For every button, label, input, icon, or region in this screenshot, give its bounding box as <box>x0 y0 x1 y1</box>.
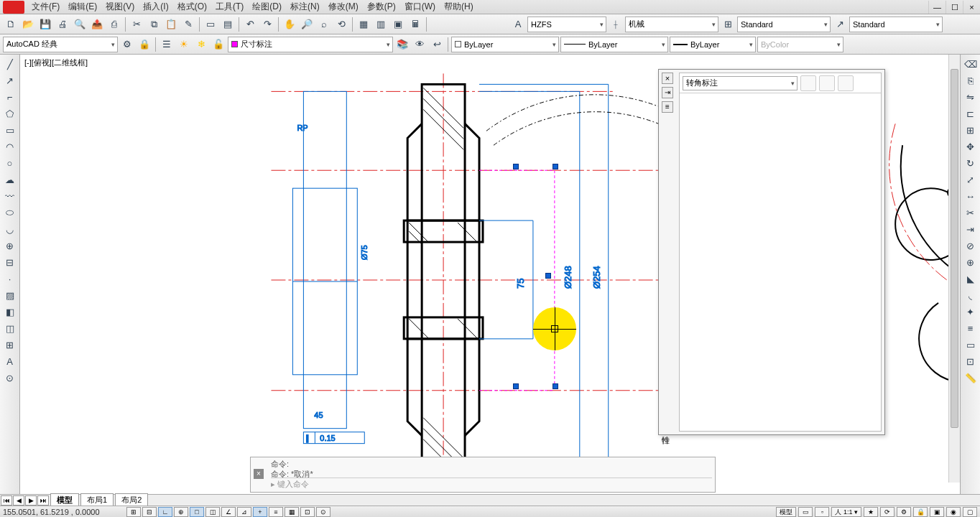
model-space-toggle[interactable]: 模型 <box>776 507 796 517</box>
tab-first-icon[interactable]: ⏮ <box>1 495 12 506</box>
hardware-accel-icon[interactable]: ▣ <box>930 507 944 517</box>
isolate-icon[interactable]: ◉ <box>946 507 961 517</box>
menu-window[interactable]: 窗口(W) <box>400 0 440 14</box>
grip[interactable] <box>545 273 551 279</box>
anno-auto-icon[interactable]: ⟳ <box>880 507 895 517</box>
menu-insert[interactable]: 插入(I) <box>139 0 172 14</box>
cut-icon[interactable]: ✂ <box>129 17 144 32</box>
grip[interactable] <box>513 164 519 169</box>
dim-style-icon[interactable]: ⟊ <box>608 17 624 32</box>
palette-close-icon[interactable]: × <box>662 73 673 84</box>
rectangle-icon[interactable]: ▭ <box>1 122 19 138</box>
open-icon[interactable]: 📂 <box>20 17 36 32</box>
clean-screen-icon[interactable]: ▢ <box>963 507 977 517</box>
window-minimize[interactable]: — <box>928 1 946 14</box>
table-icon[interactable]: ⊞ <box>1 337 19 353</box>
menu-format[interactable]: 格式(O) <box>173 0 211 14</box>
tab-next-icon[interactable]: ▶ <box>25 495 37 506</box>
layer-freeze-icon[interactable]: ❄ <box>193 37 209 52</box>
lineweight-combo[interactable]: ByLayer <box>670 37 756 52</box>
ellipse-icon[interactable]: ⬭ <box>1 205 19 220</box>
window-close[interactable]: × <box>963 1 980 14</box>
stretch-icon[interactable]: ↔ <box>962 188 979 204</box>
break-icon[interactable]: ⊘ <box>962 238 979 253</box>
linetype-combo[interactable]: ByLayer <box>560 37 668 52</box>
line-icon[interactable]: ╱ <box>1 56 19 72</box>
osnap-toggle[interactable]: □ <box>190 507 204 517</box>
explode-icon[interactable]: ✦ <box>962 304 979 320</box>
ellipse-arc-icon[interactable]: ◡ <box>1 221 19 237</box>
save-icon[interactable]: 💾 <box>37 17 53 32</box>
chamfer-icon[interactable]: ◣ <box>962 271 979 287</box>
copy-icon[interactable]: ⧉ <box>146 17 162 32</box>
copy-obj-icon[interactable]: ⎘ <box>962 73 979 88</box>
layer-prev-icon[interactable]: ↩ <box>429 37 445 52</box>
zoom-prev-icon[interactable]: ⟲ <box>333 17 349 32</box>
addselect-icon[interactable]: ⊙ <box>1 370 19 386</box>
insert-block-icon[interactable]: ⊕ <box>1 238 19 253</box>
command-line[interactable]: × 命令: 命令: *取消* ▸ 键入命令 <box>250 457 716 493</box>
mtext-icon[interactable]: A <box>1 353 19 369</box>
move-icon[interactable]: ✥ <box>962 139 979 154</box>
circle-icon[interactable]: ○ <box>1 155 19 171</box>
text-style-icon[interactable]: A <box>510 17 526 32</box>
table-style-icon[interactable]: ⊞ <box>720 17 736 32</box>
publish-icon[interactable]: 📤 <box>89 17 105 32</box>
color-combo[interactable]: ByLayer <box>451 37 559 52</box>
3dosnap-toggle[interactable]: ◫ <box>205 507 220 517</box>
workspace-lock-icon[interactable]: 🔒 <box>137 37 152 52</box>
toolbar-lock-icon[interactable]: 🔒 <box>913 507 928 517</box>
grid-toggle[interactable]: ⊟ <box>142 507 157 517</box>
trim-icon[interactable]: ✂ <box>962 205 979 220</box>
region-icon[interactable]: ◫ <box>1 320 19 336</box>
quick-select-icon[interactable] <box>800 75 816 91</box>
fillet-icon[interactable]: ◟ <box>962 287 979 303</box>
offset-icon[interactable]: ⊏ <box>962 106 979 121</box>
paste-icon[interactable]: 📋 <box>163 17 179 32</box>
otrack-toggle[interactable]: ∠ <box>221 507 236 517</box>
polar-toggle[interactable]: ⊕ <box>174 507 188 517</box>
cmd-input[interactable]: ▸ 键入命令 <box>271 478 712 490</box>
polyline-icon[interactable]: ⌐ <box>1 89 19 105</box>
array-icon[interactable]: ⊞ <box>962 122 979 138</box>
scale-icon[interactable]: ⤢ <box>962 172 979 187</box>
menu-file[interactable]: 文件(F) <box>27 0 64 14</box>
table-style-combo[interactable]: Standard <box>737 17 831 32</box>
layer-state-icon[interactable]: 📚 <box>394 37 410 52</box>
draworder-icon[interactable]: ≡ <box>962 320 979 336</box>
sheet-icon[interactable]: ▥ <box>373 17 389 32</box>
qv-layouts-icon[interactable]: ▭ <box>798 507 813 517</box>
layer-lock-icon[interactable]: 🔓 <box>211 37 226 52</box>
anno-scale[interactable]: 人 1:1 ▾ <box>831 507 861 517</box>
group-icon[interactable]: ⊡ <box>962 353 979 369</box>
measure-icon[interactable]: 📏 <box>962 370 979 386</box>
polygon-icon[interactable]: ⬠ <box>1 106 19 121</box>
undo-icon[interactable]: ↶ <box>242 17 258 32</box>
arc-icon[interactable]: ◠ <box>1 139 19 154</box>
select-objects-icon[interactable] <box>819 75 835 91</box>
ws-switch-icon[interactable]: ⚙ <box>897 507 911 517</box>
new-icon[interactable]: 🗋 <box>3 17 19 32</box>
menu-modify[interactable]: 修改(M) <box>324 0 363 14</box>
redo-icon[interactable]: ↷ <box>259 17 275 32</box>
window-maximize[interactable]: ☐ <box>946 1 963 14</box>
menu-draw[interactable]: 绘图(D) <box>248 0 286 14</box>
preview-icon[interactable]: 🔍 <box>72 17 88 32</box>
calc-icon[interactable]: 🖩 <box>407 17 423 32</box>
palette-type-combo[interactable]: 转角标注 <box>683 76 798 90</box>
dyn-toggle[interactable]: + <box>253 507 267 517</box>
menu-tools[interactable]: 工具(T) <box>211 0 248 14</box>
menu-dimension[interactable]: 标注(N) <box>286 0 324 14</box>
layer-iso-icon[interactable]: 👁 <box>412 37 427 52</box>
ortho-toggle[interactable]: ∟ <box>158 507 172 517</box>
xline-icon[interactable]: ↗ <box>1 73 19 88</box>
ducs-toggle[interactable]: ⊿ <box>237 507 251 517</box>
layer-combo[interactable]: 尺寸标注 <box>228 37 393 52</box>
cmd-close-icon[interactable]: × <box>254 469 264 479</box>
tab-prev-icon[interactable]: ◀ <box>13 495 24 506</box>
spline-icon[interactable]: 〰 <box>1 188 19 204</box>
select-icon[interactable]: ▭ <box>962 337 979 353</box>
tool-palette-icon[interactable]: ▣ <box>390 17 406 32</box>
anno-vis-icon[interactable]: ★ <box>864 507 878 517</box>
hatch-icon[interactable]: ▨ <box>1 287 19 303</box>
